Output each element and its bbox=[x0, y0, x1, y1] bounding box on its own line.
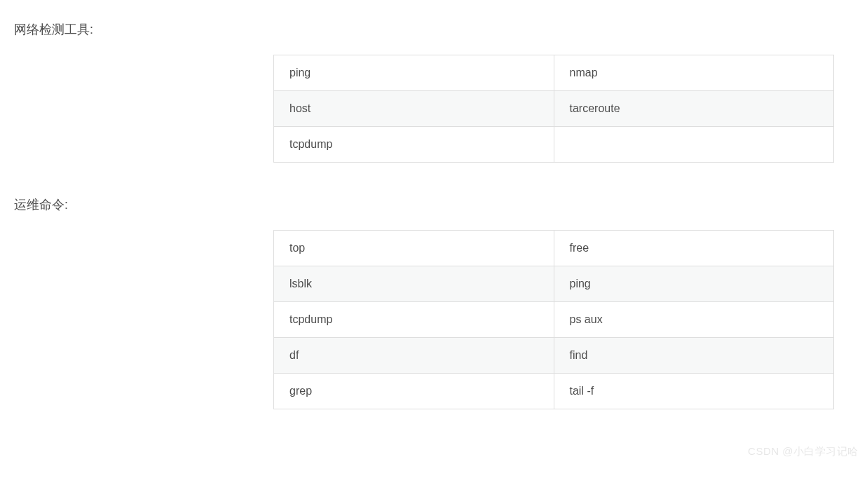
cell: tcpdump bbox=[274, 127, 554, 163]
cell: top bbox=[274, 231, 554, 266]
table-row: df find bbox=[274, 338, 834, 374]
table-row: host tarceroute bbox=[274, 91, 834, 127]
cell: grep bbox=[274, 374, 554, 409]
cell bbox=[554, 127, 834, 163]
table-row: grep tail -f bbox=[274, 374, 834, 409]
table-row: top free bbox=[274, 231, 834, 266]
cell: df bbox=[274, 338, 554, 374]
section-title: 网络检测工具: bbox=[14, 21, 853, 38]
table-container: ping nmap host tarceroute tcpdump bbox=[273, 55, 834, 163]
network-tools-table: ping nmap host tarceroute tcpdump bbox=[273, 55, 834, 163]
cell: free bbox=[554, 231, 834, 266]
cell: tarceroute bbox=[554, 91, 834, 127]
cell: ping bbox=[554, 266, 834, 302]
table-container: top free lsblk ping tcpdump ps aux df fi… bbox=[273, 230, 834, 409]
section-network-tools: 网络检测工具: ping nmap host tarceroute tcpdum… bbox=[14, 21, 853, 163]
cell: find bbox=[554, 338, 834, 374]
cell: lsblk bbox=[274, 266, 554, 302]
cell: ps aux bbox=[554, 302, 834, 338]
table-row: lsblk ping bbox=[274, 266, 834, 302]
table-row: tcpdump bbox=[274, 127, 834, 163]
cell: nmap bbox=[554, 55, 834, 91]
watermark: CSDN @小白学习记哈 bbox=[748, 445, 859, 458]
section-ops-commands: 运维命令: top free lsblk ping tcpdump ps aux… bbox=[14, 196, 853, 409]
table-row: tcpdump ps aux bbox=[274, 302, 834, 338]
ops-commands-table: top free lsblk ping tcpdump ps aux df fi… bbox=[273, 230, 834, 409]
cell: ping bbox=[274, 55, 554, 91]
cell: tail -f bbox=[554, 374, 834, 409]
table-row: ping nmap bbox=[274, 55, 834, 91]
cell: tcpdump bbox=[274, 302, 554, 338]
section-title: 运维命令: bbox=[14, 196, 853, 213]
cell: host bbox=[274, 91, 554, 127]
